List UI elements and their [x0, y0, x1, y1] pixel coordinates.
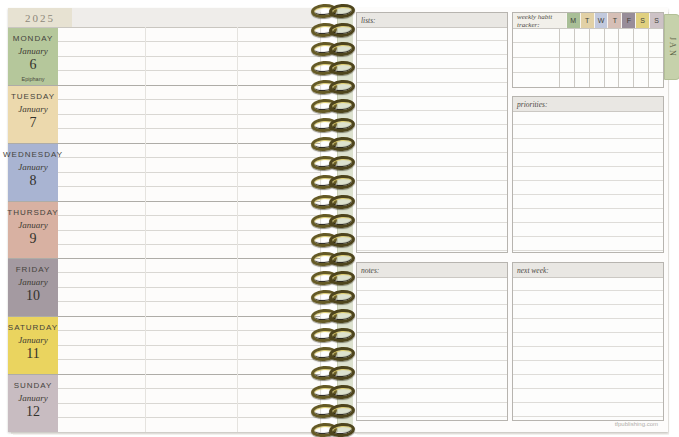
habit-tracker-header: weekly habit tracker: M T W T F S S	[513, 13, 663, 29]
next-week-label: next week:	[513, 266, 549, 275]
coil	[309, 232, 355, 244]
habit-day-m: M	[566, 13, 580, 28]
day-month: January	[18, 162, 48, 172]
habit-day-t2: T	[607, 13, 621, 28]
day-date: 8	[30, 173, 37, 189]
year-header-row: 2025	[8, 8, 320, 28]
coil	[309, 270, 355, 282]
writing-lines	[58, 375, 320, 432]
habit-grid	[513, 28, 663, 87]
next-week-lines	[513, 277, 663, 420]
day-label-sunday: SUNDAY January 12	[8, 375, 58, 432]
day-month: January	[18, 393, 48, 403]
day-name: SUNDAY	[14, 381, 53, 390]
day-date: 12	[26, 404, 40, 420]
notes-header: notes:	[357, 263, 507, 278]
day-row-thursday: THURSDAY January 9	[8, 202, 320, 260]
day-date: 9	[30, 231, 37, 247]
habit-tracker-label: weekly habit tracker:	[513, 13, 566, 28]
day-label-friday: FRIDAY January 10	[8, 259, 58, 316]
coil	[309, 346, 355, 358]
coil	[309, 194, 355, 206]
day-month: January	[18, 277, 48, 287]
year-header-fill	[72, 8, 320, 27]
writing-lines	[58, 202, 320, 259]
coil	[309, 251, 355, 263]
coil	[309, 155, 355, 167]
day-label-tuesday: TUESDAY January 7	[8, 86, 58, 143]
day-month: January	[18, 104, 48, 114]
day-label-thursday: THURSDAY January 9	[8, 202, 58, 259]
habit-day-t1: T	[580, 13, 594, 28]
coil	[309, 79, 355, 91]
year-label: 2025	[8, 8, 72, 27]
column-divider	[145, 27, 146, 432]
day-name: FRIDAY	[16, 265, 51, 274]
coil	[309, 117, 355, 129]
coil	[309, 403, 355, 415]
day-name: THURSDAY	[7, 208, 58, 217]
left-page-weekly: 2025 MONDAY January 6 Epiphany TUESDAY J…	[8, 8, 320, 432]
habit-tracker-section: weekly habit tracker: M T W T F S S	[512, 12, 664, 88]
priorities-label: priorities:	[513, 100, 547, 109]
writing-lines	[58, 317, 320, 374]
coil	[309, 60, 355, 72]
writing-lines	[58, 259, 320, 316]
day-label-monday: MONDAY January 6 Epiphany	[8, 28, 58, 85]
publisher-watermark: tfpublishing.com	[615, 421, 658, 427]
coil	[309, 174, 355, 186]
spiral-binding	[309, 0, 361, 437]
day-name: MONDAY	[13, 34, 54, 43]
priorities-section: priorities:	[512, 96, 664, 253]
day-row-tuesday: TUESDAY January 7	[8, 86, 320, 144]
coil	[309, 308, 355, 320]
coil	[309, 422, 355, 434]
day-date: 10	[26, 288, 40, 304]
day-name: TUESDAY	[11, 92, 55, 101]
next-week-header: next week:	[513, 263, 663, 278]
day-month: January	[18, 220, 48, 230]
holiday-note: Epiphany	[22, 76, 45, 82]
coil	[309, 136, 355, 148]
coil	[309, 213, 355, 225]
column-divider	[237, 27, 238, 432]
day-row-sunday: SUNDAY January 12	[8, 375, 320, 432]
coil	[309, 41, 355, 53]
planner-spread-photo: 2025 MONDAY January 6 Epiphany TUESDAY J…	[0, 0, 679, 437]
habit-day-w: W	[594, 13, 608, 28]
coil	[309, 3, 355, 15]
coil	[309, 365, 355, 377]
day-label-saturday: SATURDAY January 11	[8, 317, 58, 374]
habit-day-s1: S	[635, 13, 649, 28]
lists-header: lists:	[357, 13, 507, 28]
coil	[309, 384, 355, 396]
day-name: SATURDAY	[8, 323, 58, 332]
day-rows: MONDAY January 6 Epiphany TUESDAY Januar…	[8, 28, 320, 432]
lists-lines	[357, 27, 507, 252]
habit-grid-columns	[559, 28, 663, 87]
day-row-saturday: SATURDAY January 11	[8, 317, 320, 375]
day-month: January	[18, 46, 48, 56]
day-row-friday: FRIDAY January 10	[8, 259, 320, 317]
day-month: January	[18, 335, 48, 345]
coil	[309, 327, 355, 339]
coil	[309, 22, 355, 34]
day-label-wednesday: WEDNESDAY January 8	[8, 144, 58, 201]
habit-day-s2: S	[649, 13, 663, 28]
priorities-lines	[513, 111, 663, 252]
priorities-header: priorities:	[513, 97, 663, 112]
lists-section: lists:	[356, 12, 508, 253]
month-tab-jan: JAN	[664, 14, 679, 80]
writing-lines	[58, 86, 320, 143]
habit-day-f: F	[621, 13, 635, 28]
day-name: WEDNESDAY	[3, 150, 63, 159]
day-date: 6	[30, 57, 37, 73]
day-row-monday: MONDAY January 6 Epiphany	[8, 28, 320, 86]
day-date: 11	[26, 346, 39, 362]
next-week-section: next week:	[512, 262, 664, 421]
coil	[309, 289, 355, 301]
writing-lines	[58, 28, 320, 85]
day-row-wednesday: WEDNESDAY January 8	[8, 144, 320, 202]
right-page-lists: JAN lists: weekly habit tracker: M T W T…	[352, 8, 668, 432]
writing-lines	[58, 144, 320, 201]
